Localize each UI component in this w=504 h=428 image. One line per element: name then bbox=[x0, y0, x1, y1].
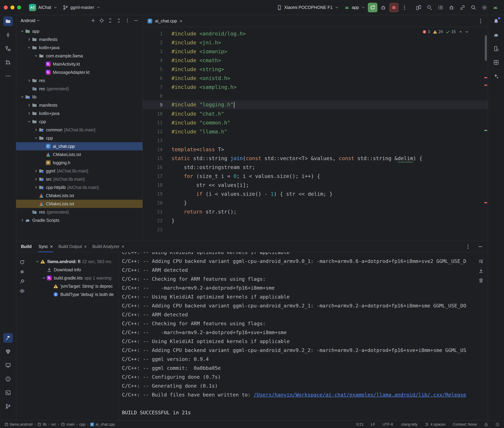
line-number[interactable]: 6 bbox=[143, 75, 171, 81]
tab-build-analyzer[interactable]: Build Analyzer× bbox=[90, 241, 127, 252]
tree-item-gradle-scripts[interactable]: Gradle Scripts bbox=[16, 216, 143, 224]
tree-item-download-info[interactable]: Download info bbox=[28, 266, 119, 274]
layout-inspector-tool-button[interactable] bbox=[491, 58, 501, 67]
notifications-tool-button[interactable] bbox=[491, 16, 501, 26]
fullscreen-window-button[interactable] bbox=[17, 6, 21, 9]
minimize-window-button[interactable] bbox=[10, 6, 14, 9]
code-line-10[interactable]: 10#include "chat.h" bbox=[143, 109, 488, 118]
tree-item-messageadapter-kt[interactable]: KMessageAdapter.kt bbox=[16, 68, 143, 76]
tree-item-cmakelists-txt[interactable]: CMakeLists.txt bbox=[16, 200, 143, 208]
code-line-5[interactable]: 5#include <string> bbox=[143, 65, 488, 74]
code-line-23[interactable]: 23 bbox=[143, 225, 488, 234]
tree-item-ggml[interactable]: ggml[AiChat.lib.main] bbox=[16, 167, 143, 175]
tree-item-res[interactable]: res(generated) bbox=[16, 208, 143, 216]
line-number[interactable]: 19 bbox=[143, 191, 171, 197]
line-number[interactable]: 12 bbox=[143, 129, 171, 134]
running-devices-tool-button[interactable] bbox=[3, 361, 13, 370]
gradle-tool-button[interactable] bbox=[491, 30, 501, 40]
line-number[interactable]: 5 bbox=[143, 67, 171, 72]
line-number[interactable]: 10 bbox=[143, 111, 171, 116]
stop-build-button[interactable] bbox=[18, 268, 26, 276]
resync-button[interactable] bbox=[18, 258, 26, 266]
chevron-down-icon[interactable] bbox=[34, 136, 38, 140]
link-button[interactable] bbox=[458, 3, 467, 12]
more-options-button[interactable] bbox=[124, 17, 131, 24]
line-number[interactable]: 18 bbox=[143, 182, 171, 188]
close-window-button[interactable] bbox=[4, 6, 8, 9]
tree-item-cpp[interactable]: cpp bbox=[16, 134, 143, 142]
error-stripe[interactable] bbox=[484, 85, 487, 86]
breadcrumb-src[interactable]: src bbox=[51, 422, 56, 427]
chevron-right-icon[interactable] bbox=[20, 218, 25, 222]
code-line-7[interactable]: 7#include <sampling.h> bbox=[143, 82, 488, 91]
commit-tool-button[interactable] bbox=[3, 30, 13, 40]
status-indicator[interactable] bbox=[495, 422, 500, 427]
tree-item-ai-chat-cpp[interactable]: Cai_chat.cpp bbox=[16, 142, 143, 150]
line-number[interactable]: 21 bbox=[143, 209, 171, 214]
code-line-18[interactable]: 18 str << values[i]; bbox=[143, 181, 488, 189]
breadcrumb-lib[interactable]: lib bbox=[37, 422, 46, 427]
line-number[interactable]: 2 bbox=[143, 40, 171, 45]
editor-scrollbar[interactable] bbox=[485, 35, 487, 61]
caret-position-widget[interactable]: 9:21 bbox=[356, 422, 364, 427]
clang-tidy-widget[interactable]: .clang-tidy bbox=[400, 422, 417, 427]
chevron-right-icon[interactable] bbox=[27, 111, 32, 115]
debug-button[interactable] bbox=[378, 3, 388, 12]
code-line-4[interactable]: 4#include <cmath> bbox=[143, 56, 488, 65]
pair-devices-button[interactable] bbox=[414, 3, 423, 12]
version-control-tool-button[interactable] bbox=[3, 402, 13, 411]
line-number[interactable]: 3 bbox=[143, 49, 171, 54]
tree-item-com-example-llama[interactable]: com.example.llama bbox=[16, 52, 143, 60]
lock-widget[interactable] bbox=[484, 422, 488, 427]
more-run-actions-button[interactable] bbox=[400, 3, 409, 12]
code-line-9[interactable]: 9#include "logging.h" bbox=[143, 100, 488, 109]
project-widget[interactable]: AC AiChat bbox=[26, 2, 59, 13]
chevron-right-icon[interactable] bbox=[27, 103, 32, 107]
breadcrumb-main[interactable]: main bbox=[61, 422, 75, 427]
scroll-to-end-button[interactable] bbox=[477, 267, 485, 275]
chevron-down-icon[interactable] bbox=[20, 95, 25, 99]
code-line-13[interactable]: 13 bbox=[143, 136, 488, 145]
collapse-all-button[interactable] bbox=[115, 17, 123, 24]
breadcrumb-ai-chat-cpp[interactable]: Cai_chat.cpp bbox=[90, 422, 115, 427]
close-tab-icon[interactable]: × bbox=[179, 18, 182, 24]
code-line-22[interactable]: 22} bbox=[143, 216, 488, 225]
line-number[interactable]: 20 bbox=[143, 200, 171, 206]
chevron-right-icon[interactable] bbox=[34, 177, 38, 181]
close-tab-icon[interactable]: × bbox=[122, 244, 124, 249]
chevron-right-icon[interactable] bbox=[34, 169, 38, 173]
code-line-16[interactable]: 16 std::ostringstream str; bbox=[143, 163, 488, 172]
search-everywhere-button[interactable] bbox=[469, 3, 478, 12]
settings-button[interactable] bbox=[480, 3, 489, 12]
tree-item-app[interactable]: app bbox=[16, 27, 143, 35]
build-options-button[interactable] bbox=[464, 243, 472, 251]
chevron-down-icon[interactable] bbox=[42, 276, 46, 280]
code-editor[interactable]: 1#include <android/log.h>2#include <jni.… bbox=[143, 27, 488, 241]
chevron-right-icon[interactable] bbox=[34, 128, 38, 132]
line-number[interactable]: 8 bbox=[143, 93, 171, 99]
context-widget[interactable]: Context: None bbox=[453, 422, 477, 427]
code-line-14[interactable]: 14template<class T> bbox=[143, 145, 488, 154]
error-stripe[interactable] bbox=[484, 77, 487, 78]
prev-problem-icon[interactable] bbox=[458, 30, 463, 34]
tree-item-res[interactable]: res(generated) bbox=[16, 85, 143, 93]
ai-assistant-tool-button[interactable] bbox=[491, 71, 501, 81]
tree-item-mainactivity-kt[interactable]: KMainActivity.kt bbox=[16, 60, 143, 68]
problems-tool-button[interactable] bbox=[3, 374, 13, 384]
code-line-20[interactable]: 20 } bbox=[143, 198, 488, 207]
close-tab-icon[interactable]: × bbox=[84, 244, 87, 249]
vcs-branch-widget[interactable]: ggml-master bbox=[60, 3, 102, 12]
build-console[interactable]: C/C++: -- Using KleidiAI optimized kerne… bbox=[119, 252, 488, 420]
pull-requests-tool-button[interactable] bbox=[3, 58, 13, 67]
run-config-selector[interactable]: app bbox=[342, 3, 367, 12]
pin-tab-button[interactable] bbox=[18, 278, 26, 285]
editor-options-button[interactable] bbox=[476, 16, 486, 26]
project-view-selector[interactable]: Android bbox=[19, 17, 41, 24]
build-window-title[interactable]: Build bbox=[19, 244, 32, 249]
line-number[interactable]: 23 bbox=[143, 227, 171, 232]
add-button[interactable] bbox=[89, 17, 97, 24]
code-line-11[interactable]: 11#include "common.h" bbox=[143, 118, 488, 127]
line-number[interactable]: 14 bbox=[143, 147, 171, 152]
rerun-button[interactable] bbox=[368, 3, 377, 12]
line-number[interactable]: 15 bbox=[143, 156, 171, 161]
